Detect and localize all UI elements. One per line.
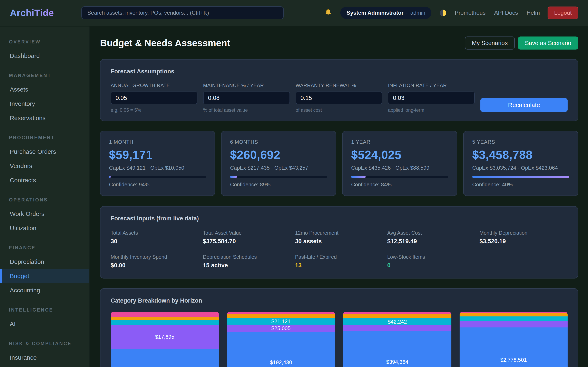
sidebar-section-operations: OPERATIONS — [0, 197, 89, 203]
forecast-card-5-years: 5 YEARS$3,458,788CapEx $3,035,724 · OpEx… — [463, 131, 578, 196]
breakdown-segment-label: $394,364 — [386, 359, 408, 365]
forecast-capex-opex-detail: CapEx $49,121 · OpEx $10,050 — [109, 165, 206, 171]
breakdown-segment — [111, 320, 219, 325]
top-links: PrometheusAPI DocsHelm — [455, 9, 540, 16]
stat-value: 0 — [387, 262, 476, 269]
stat-avg-asset-cost: Avg Asset Cost$12,519.49 — [387, 230, 476, 245]
forecast-horizon-label: 1 YEAR — [351, 139, 448, 145]
recalculate-button[interactable]: Recalculate — [480, 98, 568, 112]
breakdown-segment-label: $42,242 — [388, 319, 407, 325]
stat-depreciation-schedules: Depreciation Schedules15 active — [203, 254, 291, 269]
sidebar-item-insurance[interactable]: Insurance — [0, 350, 89, 365]
forecast-total-amount: $524,025 — [351, 148, 448, 161]
inflation-rate-year-input[interactable] — [388, 92, 475, 104]
stat-past-life-expired: Past-Life / Expired13 — [295, 254, 383, 269]
sidebar-section-overview: OVERVIEW — [0, 39, 89, 45]
breakdown-segment-label: $25,005 — [271, 325, 291, 332]
forecast-progress-track — [351, 176, 448, 178]
sidebar-item-accounting[interactable]: Accounting — [0, 283, 89, 298]
notifications-bell-icon[interactable] — [324, 8, 333, 17]
breakdown-segment: $25,005 — [227, 325, 335, 332]
stat-monthly-inventory-spend: Monthly Inventory Spend$0.00 — [111, 254, 199, 269]
sidebar-item-dashboard[interactable]: Dashboard — [0, 49, 89, 63]
forecast-capex-opex-detail: CapEx $217,435 · OpEx $43,257 — [230, 165, 327, 171]
breakdown-bar-6-months: $21,121$25,005$192,430 — [227, 312, 335, 367]
top-link-api-docs[interactable]: API Docs — [494, 9, 518, 16]
user-pill[interactable]: System Administrator · admin — [340, 7, 432, 19]
assumption-hint: applied long-term — [388, 108, 475, 113]
breakdown-segment — [459, 321, 568, 327]
stat-total-asset-value: Total Asset Value$375,584.70 — [203, 230, 291, 245]
breakdown-segment: $2,778,501 — [459, 327, 568, 367]
top-link-helm[interactable]: Helm — [527, 9, 540, 16]
sidebar-item-depreciation[interactable]: Depreciation — [0, 255, 89, 269]
topbar-right: System Administrator · admin PrometheusA… — [324, 7, 578, 19]
sidebar-item-utilization[interactable]: Utilization — [0, 221, 89, 235]
breakdown-segment — [459, 313, 568, 317]
sidebar-section-intelligence: INTELLIGENCE — [0, 307, 89, 313]
assumption-field-maintenance-year: MAINTENANCE % / YEAR% of total asset val… — [203, 83, 290, 113]
breakdown-segment-label: $17,695 — [155, 334, 174, 340]
top-link-prometheus[interactable]: Prometheus — [455, 9, 485, 16]
annual-growth-rate-input[interactable] — [111, 92, 198, 104]
sidebar-item-budget[interactable]: Budget — [0, 269, 89, 283]
user-name: System Administrator — [346, 10, 404, 16]
forecast-total-amount: $59,171 — [109, 148, 206, 161]
app-logo: ArchiTide — [10, 7, 54, 18]
breakdown-segment — [111, 317, 219, 320]
sidebar-section-management: MANAGEMENT — [0, 73, 89, 78]
sidebar-item-purchase-orders[interactable]: Purchase Orders — [0, 145, 89, 159]
stat-value: 13 — [295, 262, 383, 269]
breakdown-segment: $394,364 — [343, 331, 451, 367]
sidebar-item-contracts[interactable]: Contracts — [0, 173, 89, 187]
sidebar-item-vendors[interactable]: Vendors — [0, 159, 89, 173]
stat-label: 12mo Procurement — [295, 230, 383, 236]
sidebar-item-work-orders[interactable]: Work Orders — [0, 207, 89, 221]
assumption-label: MAINTENANCE % / YEAR — [203, 83, 290, 88]
forecast-total-amount: $3,458,788 — [472, 148, 569, 161]
breakdown-segment: $42,242 — [343, 318, 451, 325]
breakdown-bar-1-year: $42,242$394,364 — [343, 312, 451, 367]
stat-label: Low-Stock Items — [387, 254, 476, 260]
sidebar: OVERVIEWDashboardMANAGEMENTAssetsInvento… — [0, 26, 89, 367]
forecast-progress-fill — [230, 176, 237, 178]
logout-button[interactable]: Logout — [548, 7, 578, 19]
assumption-hint: e.g. 0.05 = 5% — [111, 108, 198, 113]
breakdown-segment: $21,121 — [227, 318, 335, 325]
category-breakdown-card: Category Breakdown by Horizon $17,695$31… — [100, 288, 578, 367]
assumption-hint: % of total asset value — [203, 108, 290, 113]
breakdown-segment: $192,430 — [227, 332, 335, 367]
forecast-card-1-year: 1 YEAR$524,025CapEx $435,426 · OpEx $88,… — [342, 131, 457, 196]
category-breakdown-title: Category Breakdown by Horizon — [111, 297, 568, 304]
forecast-progress-fill — [351, 176, 366, 178]
breakdown-segment-label: $2,778,501 — [500, 357, 527, 363]
stat-value: $375,584.70 — [203, 238, 291, 245]
sidebar-item-reservations[interactable]: Reservations — [0, 111, 89, 125]
stat-monthly-depreciation: Monthly Depreciation$3,520.19 — [479, 230, 568, 245]
sidebar-item-ai[interactable]: AI — [0, 317, 89, 331]
sidebar-section-risk-compliance: RISK & COMPLIANCE — [0, 341, 89, 346]
forecast-capex-opex-detail: CapEx $435,426 · OpEx $88,599 — [351, 165, 448, 171]
stat-label: Depreciation Schedules — [203, 254, 291, 260]
forecast-inputs-title: Forecast Inputs (from live data) — [111, 215, 568, 222]
global-search-input[interactable] — [81, 6, 284, 19]
my-scenarios-button[interactable]: My Scenarios — [465, 36, 515, 50]
forecast-progress-fill — [472, 176, 569, 178]
assumption-label: WARRANTY RENEWAL % — [296, 83, 382, 88]
forecast-confidence: Confidence: 84% — [351, 182, 448, 188]
sidebar-item-reports[interactable]: Reports — [0, 365, 89, 367]
breakdown-segment-label: $192,430 — [270, 359, 292, 366]
save-as-scenario-button[interactable]: Save as Scenario — [518, 36, 578, 50]
forecast-inputs-card: Forecast Inputs (from live data) Total A… — [100, 206, 578, 278]
warranty-renewal-input[interactable] — [296, 92, 382, 104]
sidebar-item-inventory[interactable]: Inventory — [0, 97, 89, 111]
maintenance-year-input[interactable] — [203, 92, 290, 104]
breakdown-segment: $31,426 — [111, 349, 219, 367]
stat-value: $0.00 — [111, 262, 199, 269]
stat-value: $12,519.49 — [387, 238, 476, 245]
assumption-field-warranty-renewal: WARRANTY RENEWAL %of asset cost — [296, 83, 382, 113]
breakdown-segment — [227, 314, 335, 318]
sidebar-section-procurement: PROCUREMENT — [0, 135, 89, 141]
sidebar-item-assets[interactable]: Assets — [0, 82, 89, 97]
theme-toggle-moon-icon[interactable] — [439, 9, 447, 17]
